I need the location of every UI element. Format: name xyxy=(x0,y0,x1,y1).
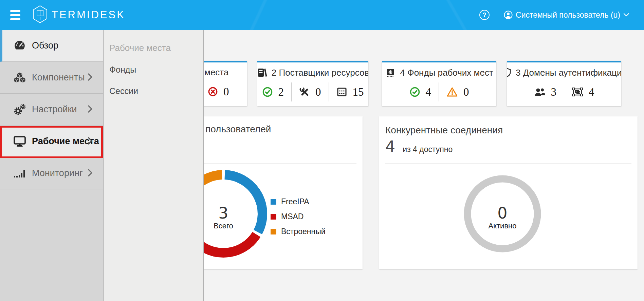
active-count: 0 xyxy=(465,205,540,221)
card-title: 4 Фонды рабочих мест xyxy=(400,68,493,78)
sidebar-item-label: Настройки xyxy=(32,104,77,115)
chevron-right-icon xyxy=(88,137,93,146)
main-content: места 0 2 Поставщ xyxy=(204,30,644,301)
user-menu[interactable]: Системный пользователь (u) xyxy=(504,11,632,20)
cross-circle-icon xyxy=(208,87,218,97)
summary-card-auth-domains: 3 Домены аутентификации 3 xyxy=(507,61,621,106)
users-icon xyxy=(534,87,546,97)
stat-value: 15 xyxy=(353,86,364,98)
stat-total: 15 xyxy=(329,82,369,101)
warning-triangle-icon xyxy=(446,87,458,97)
summary-card-resource-providers: 2 Поставщики ресурсов 2 0 xyxy=(257,61,368,106)
cubes-icon xyxy=(13,72,26,84)
legend-item-freeipa: FreeIPA xyxy=(271,197,326,206)
hamburger-menu-button[interactable] xyxy=(10,8,24,22)
card-title: 2 Поставщики ресурсов xyxy=(272,68,368,78)
chevron-right-icon xyxy=(88,73,93,82)
sidebar-item-components[interactable]: Компоненты xyxy=(0,62,103,94)
gears-icon xyxy=(13,104,26,116)
grid-icon xyxy=(336,87,347,97)
panel-auth-domains-chart: пользователей 3 Всего FreeIPA MSAD xyxy=(204,116,363,269)
sidebar-item-label: Компоненты xyxy=(32,72,85,83)
submenu-title: Рабочие места xyxy=(109,43,203,53)
stat-value: 0 xyxy=(223,86,229,98)
sidebar-item-monitoring[interactable]: Мониторинг xyxy=(0,157,103,189)
legend-swatch xyxy=(271,229,276,234)
legend-label: FreeIPA xyxy=(281,197,309,206)
card-title: 3 Домены аутентификации xyxy=(516,68,621,78)
legend-item-builtin: Встроенный xyxy=(271,227,326,236)
sidebar-item-workplaces[interactable]: Рабочие места xyxy=(0,126,103,157)
workplaces-submenu-panel: Рабочие места Фонды Сессии xyxy=(103,30,204,301)
donut-center-text: 3 Всего xyxy=(204,205,264,230)
legend-item-msad: MSAD xyxy=(271,212,326,221)
top-navbar: TERMIDESK ? Системный пользователь (u) xyxy=(0,0,644,30)
help-button[interactable]: ? xyxy=(479,10,490,20)
legend-swatch xyxy=(271,199,276,205)
stat-groups: 4 xyxy=(564,82,602,101)
signal-bars-icon xyxy=(13,167,26,180)
divider xyxy=(385,164,631,164)
gauge-icon xyxy=(13,40,26,52)
submenu-item-sessions[interactable]: Сессии xyxy=(109,86,203,96)
stat-maintenance: 0 xyxy=(291,82,329,101)
sidebar-item-overview[interactable]: Обзор xyxy=(0,30,103,62)
donut-center-text: 0 Активно xyxy=(465,205,540,230)
stat-value: 4 xyxy=(426,86,431,98)
tools-icon xyxy=(299,87,310,97)
available-count: 4 xyxy=(385,137,395,156)
legend-swatch xyxy=(271,214,276,220)
chevron-right-icon xyxy=(88,169,93,178)
sidebar-item-label: Обзор xyxy=(32,40,58,51)
stat-warnings: 0 xyxy=(439,82,477,101)
stat-errors: 0 xyxy=(208,82,233,101)
chevron-right-icon xyxy=(88,105,93,114)
available-caption: из 4 доступно xyxy=(403,145,453,154)
brand-title: TERMIDESK xyxy=(52,9,125,21)
donut-total-value: 3 xyxy=(204,205,264,221)
shield-icon xyxy=(507,67,512,78)
chevron-down-icon xyxy=(623,13,629,17)
question-icon: ? xyxy=(482,11,486,19)
chart-legend: FreeIPA MSAD Встроенный xyxy=(271,197,326,242)
termidesk-dashboard: TERMIDESK ? Системный пользователь (u) xyxy=(0,0,644,301)
submenu-item-pools[interactable]: Фонды xyxy=(109,65,203,75)
termidesk-logo-icon xyxy=(33,5,48,24)
monitor-icon xyxy=(13,135,26,148)
card-title: места xyxy=(204,67,247,78)
provider-icon xyxy=(257,67,268,78)
sidebar-nav: Обзор Компон xyxy=(0,30,103,301)
panel-title: Конкурентные соединения xyxy=(385,125,503,136)
legend-label: MSAD xyxy=(281,212,303,221)
stat-value: 3 xyxy=(551,86,557,98)
sidebar-item-label: Мониторинг xyxy=(32,168,83,178)
stat-users: 3 xyxy=(527,82,564,101)
donut-total-label: Всего xyxy=(204,222,264,230)
stat-value: 4 xyxy=(589,86,594,98)
panel-title: пользователей xyxy=(205,124,271,135)
check-circle-icon xyxy=(262,87,273,97)
connections-summary: 4 из 4 доступно xyxy=(385,137,453,156)
check-circle-icon xyxy=(409,87,420,97)
stat-value: 0 xyxy=(315,86,321,98)
object-group-icon xyxy=(572,87,583,97)
stat-value: 2 xyxy=(278,86,284,98)
summary-card-workplaces: места 0 xyxy=(204,61,247,106)
sidebar-item-settings[interactable]: Настройки xyxy=(0,94,103,126)
legend-label: Встроенный xyxy=(281,227,326,236)
divider xyxy=(204,164,356,164)
user-name: Системный пользователь (u) xyxy=(516,11,620,20)
stat-ok: 2 xyxy=(257,82,291,101)
stat-ok: 4 xyxy=(402,82,439,101)
panel-concurrent-connections: Конкурентные соединения 4 из 4 доступно … xyxy=(379,116,638,269)
user-circle-icon xyxy=(504,11,513,19)
summary-card-workplace-pools: 4 Фонды рабочих мест 4 0 xyxy=(382,61,496,106)
active-label: Активно xyxy=(465,222,540,230)
chip-icon xyxy=(385,67,396,78)
stat-value: 0 xyxy=(463,86,469,98)
